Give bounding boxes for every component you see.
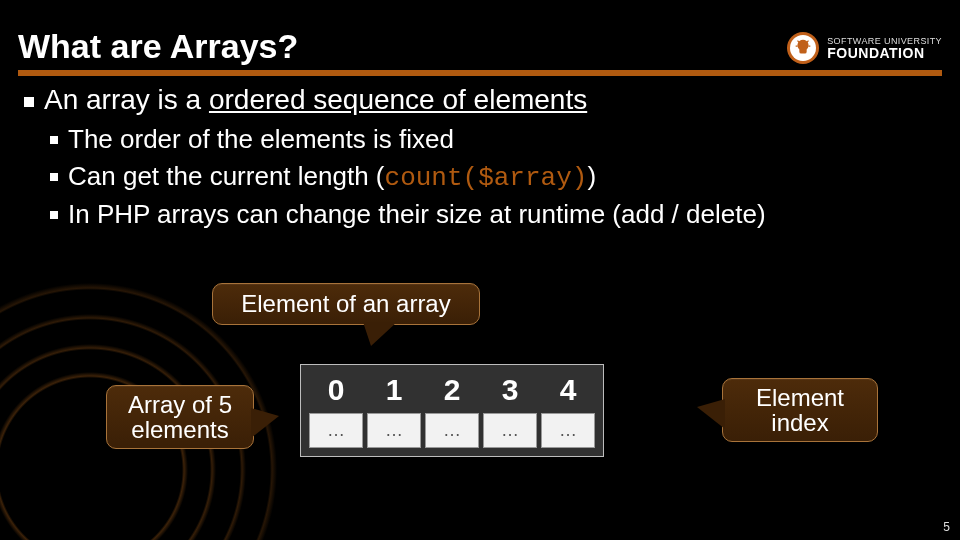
logo-line-2: FOUNDATION bbox=[827, 46, 942, 60]
bullet-main: An array is a ordered sequence of elemen… bbox=[24, 84, 936, 116]
bullet-icon bbox=[24, 97, 34, 107]
bulb-icon bbox=[787, 32, 819, 64]
callout-index-line-2: index bbox=[771, 409, 828, 436]
value-cell: … bbox=[425, 413, 479, 448]
callout-array-line-2: elements bbox=[131, 416, 228, 443]
index-cell: 3 bbox=[481, 371, 539, 411]
callout-index: Element index bbox=[722, 378, 878, 442]
value-cell: … bbox=[483, 413, 537, 448]
bullet-icon bbox=[50, 173, 58, 181]
index-row: 0 1 2 3 4 bbox=[307, 371, 597, 411]
callout-array: Array of 5 elements bbox=[106, 385, 254, 449]
page-number: 5 bbox=[943, 520, 950, 534]
callout-array-line-1: Array of 5 bbox=[128, 391, 232, 418]
callout-element-text: Element of an array bbox=[241, 290, 450, 317]
callout-element: Element of an array bbox=[212, 283, 480, 325]
value-cell: … bbox=[367, 413, 421, 448]
bullet-icon bbox=[50, 211, 58, 219]
array-diagram: 0 1 2 3 4 … … … … … bbox=[300, 364, 604, 457]
bullet-sub-3-text: In PHP arrays can change their size at r… bbox=[68, 199, 766, 230]
bullet-icon bbox=[50, 136, 58, 144]
pointer-icon bbox=[697, 399, 725, 429]
bullet-sub-2-text: Can get the current length (count($array… bbox=[68, 161, 596, 193]
index-cell: 0 bbox=[307, 371, 365, 411]
pointer-icon bbox=[251, 408, 279, 438]
bullet-sub-1-text: The order of the elements is fixed bbox=[68, 124, 454, 155]
value-cell: … bbox=[309, 413, 363, 448]
header: What are Arrays? SOFTWARE UNIVERSITY FOU… bbox=[18, 14, 942, 76]
value-cell: … bbox=[541, 413, 595, 448]
logo-text: SOFTWARE UNIVERSITY FOUNDATION bbox=[827, 37, 942, 60]
bullet-sub-3: In PHP arrays can change their size at r… bbox=[50, 199, 936, 230]
page-title: What are Arrays? bbox=[18, 27, 298, 70]
bullet-sub-1: The order of the elements is fixed bbox=[50, 124, 936, 155]
content: An array is a ordered sequence of elemen… bbox=[24, 84, 936, 236]
index-cell: 1 bbox=[365, 371, 423, 411]
pointer-icon bbox=[363, 322, 397, 346]
value-row: … … … … … bbox=[307, 411, 597, 450]
bullet-main-text: An array is a ordered sequence of elemen… bbox=[44, 84, 587, 116]
bullet-sub-2: Can get the current length (count($array… bbox=[50, 161, 936, 193]
callout-index-line-1: Element bbox=[756, 384, 844, 411]
index-cell: 2 bbox=[423, 371, 481, 411]
index-cell: 4 bbox=[539, 371, 597, 411]
logo: SOFTWARE UNIVERSITY FOUNDATION bbox=[787, 32, 942, 70]
